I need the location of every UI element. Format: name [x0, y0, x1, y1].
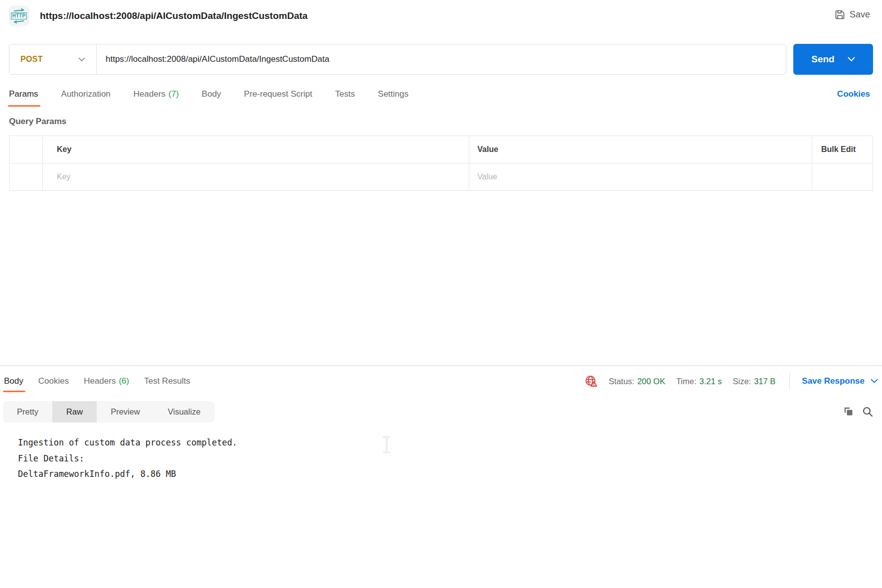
response-view-switcher: Pretty Raw Preview Visualize	[3, 401, 215, 423]
request-tabs: Params Authorization Headers (7) Body Pr…	[0, 75, 882, 114]
http-arrow-left-icon	[13, 20, 24, 23]
tab-pre-request-script[interactable]: Pre-request Script	[244, 75, 312, 114]
copy-response-button[interactable]	[843, 406, 854, 417]
tab-authorization-label: Authorization	[61, 89, 111, 99]
row-select-cell	[9, 163, 43, 191]
cookies-link[interactable]: Cookies	[837, 89, 870, 99]
send-options-chevron-icon[interactable]	[848, 57, 855, 62]
text-cursor-icon	[383, 436, 390, 453]
tab-params[interactable]: Params	[9, 75, 38, 114]
tab-tests[interactable]: Tests	[335, 75, 355, 114]
request-title: https://localhost:2008/api/AICustomData/…	[40, 10, 307, 21]
view-tab-visualize[interactable]: Visualize	[154, 401, 215, 423]
status-divider	[789, 373, 790, 390]
save-response-chevron-icon	[871, 379, 878, 384]
http-badge-label: HTTP	[11, 12, 27, 19]
view-tab-pretty[interactable]: Pretty	[3, 401, 52, 423]
response-tab-headers-count: (6)	[119, 376, 129, 386]
chevron-down-icon	[78, 57, 85, 62]
tab-pre-request-script-label: Pre-request Script	[244, 89, 312, 99]
tab-body[interactable]: Body	[202, 75, 221, 114]
query-params-header-row: Key Value Bulk Edit	[9, 136, 873, 163]
size-label: Size:	[733, 377, 751, 386]
query-params-title: Query Params	[9, 117, 873, 127]
tab-settings-label: Settings	[378, 89, 408, 99]
view-tab-raw[interactable]: Raw	[52, 401, 97, 423]
save-icon	[835, 9, 845, 20]
method-selector[interactable]: POST	[9, 44, 96, 74]
save-response-label: Save Response	[802, 376, 865, 386]
tabs-spacer	[432, 75, 814, 114]
response-line: Ingestion of custom data process complet…	[18, 435, 882, 451]
time-value: 3.21 s	[700, 377, 722, 386]
send-button-label: Send	[811, 54, 834, 65]
response-tab-cookies-label: Cookies	[38, 376, 69, 386]
tab-authorization[interactable]: Authorization	[61, 75, 111, 114]
response-tab-test-results-label: Test Results	[144, 376, 190, 386]
response-tab-headers-label: Headers	[84, 376, 116, 386]
value-column-header: Value	[469, 136, 812, 163]
key-input[interactable]: Key	[43, 163, 469, 191]
value-input[interactable]: Value	[469, 163, 812, 191]
response-header: Body Cookies Headers (6) Test Results	[0, 366, 882, 396]
tab-headers[interactable]: Headers (7)	[134, 75, 179, 114]
query-params-table: Key Value Bulk Edit Key Value	[9, 136, 873, 191]
response-toolbar-icons	[843, 406, 873, 417]
tab-headers-label: Headers	[134, 89, 165, 99]
save-button[interactable]: Save	[835, 9, 870, 20]
key-column-header: Key	[43, 136, 469, 163]
size-indicator: Size: 317 B	[733, 377, 776, 386]
response-panel: Body Cookies Headers (6) Test Results	[0, 365, 882, 588]
search-response-button[interactable]	[862, 406, 873, 417]
response-line: File Details:	[18, 451, 882, 467]
copy-icon	[843, 406, 854, 417]
tab-params-label: Params	[9, 89, 38, 99]
url-box: POST https://localhost:2008/api/AICustom…	[9, 44, 786, 75]
save-response-button[interactable]: Save Response	[802, 376, 878, 386]
view-tab-preview[interactable]: Preview	[97, 401, 154, 423]
http-request-icon: HTTP	[9, 6, 29, 26]
response-status-bar: Status: 200 OK Time: 3.21 s Size: 317 B …	[585, 366, 878, 396]
network-warning-icon[interactable]	[585, 375, 598, 388]
query-params-empty-row: Key Value	[9, 163, 873, 191]
url-input[interactable]: https://localhost:2008/api/AICustomData/…	[97, 54, 786, 64]
send-button[interactable]: Send	[793, 44, 873, 75]
status-label: Status:	[609, 377, 634, 386]
tab-headers-count: (7)	[168, 89, 179, 99]
size-value: 317 B	[754, 377, 775, 386]
search-icon	[862, 406, 873, 417]
status-value: 200 OK	[637, 377, 665, 386]
request-header-bar: HTTP https://localhost:2008/api/AICustom…	[0, 0, 882, 44]
response-tab-cookies[interactable]: Cookies	[38, 366, 69, 396]
response-line: DeltaFrameworkInfo.pdf, 8.86 MB	[18, 466, 882, 482]
tab-tests-label: Tests	[335, 89, 355, 99]
response-body-viewer[interactable]: Ingestion of custom data process complet…	[0, 427, 882, 482]
http-arrow-right-icon	[13, 8, 24, 12]
response-tab-headers[interactable]: Headers (6)	[84, 366, 129, 396]
response-view-toolbar: Pretty Raw Preview Visualize	[0, 396, 882, 427]
app-window: HTTP https://localhost:2008/api/AICustom…	[0, 0, 882, 588]
bulk-edit-button[interactable]: Bulk Edit	[812, 136, 873, 163]
response-tab-test-results[interactable]: Test Results	[144, 366, 190, 396]
save-button-label: Save	[850, 9, 870, 20]
time-indicator: Time: 3.21 s	[676, 377, 722, 386]
select-column-header	[9, 136, 43, 163]
response-tab-body[interactable]: Body	[4, 366, 23, 396]
row-actions-cell	[812, 163, 873, 191]
method-label: POST	[20, 55, 43, 64]
request-url-row: POST https://localhost:2008/api/AICustom…	[9, 44, 873, 75]
time-label: Time:	[676, 377, 697, 386]
status-indicator: Status: 200 OK	[609, 377, 665, 386]
response-tab-body-label: Body	[4, 376, 23, 386]
tab-settings[interactable]: Settings	[378, 75, 408, 114]
response-tabs: Body Cookies Headers (6) Test Results	[4, 366, 190, 396]
tab-body-label: Body	[202, 89, 221, 99]
